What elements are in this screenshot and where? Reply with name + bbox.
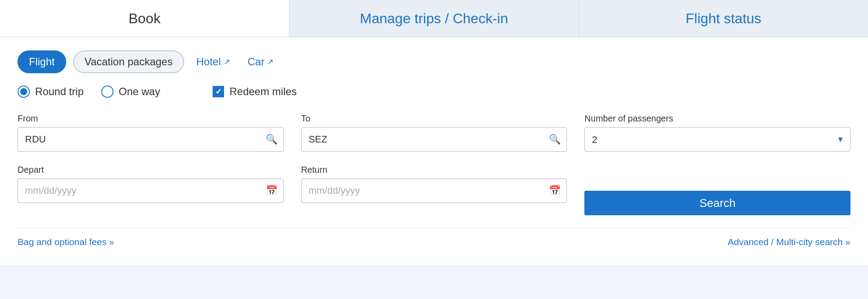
search-form-top: From 🔍 To 🔍 Number of passengers 1 2 3 4 [18,114,850,152]
depart-label: Depart [18,165,284,175]
trip-type-row: Round trip One way ✓ Redeem miles [18,85,850,98]
from-label: From [18,114,284,124]
category-tabs: Flight Vacation packages Hotel ↗ Car ↗ [18,50,850,73]
return-label: Return [301,165,567,175]
from-field: From 🔍 [18,114,284,152]
one-way-radio[interactable] [101,85,114,98]
tab-flight-status[interactable]: Flight status [579,0,868,37]
top-navigation: Book Manage trips / Check-in Flight stat… [0,0,868,37]
search-form-bottom: Depart 📅 Return 📅 Search [18,165,850,215]
return-field: Return 📅 [301,165,567,215]
tab-book[interactable]: Book [0,0,289,37]
return-input-wrapper: 📅 [301,178,567,203]
from-input[interactable] [18,127,284,152]
to-label: To [301,114,567,124]
to-input[interactable] [301,127,567,152]
tab-car[interactable]: Car ↗ [242,51,279,72]
passengers-field: Number of passengers 1 2 3 4 5 6 ▼ [584,114,850,152]
passengers-label: Number of passengers [584,114,850,124]
return-input[interactable] [301,178,567,203]
from-input-wrapper: 🔍 [18,127,284,152]
search-button-container: Search [584,165,850,215]
return-calendar-icon: 📅 [549,185,561,196]
tab-vacation-packages[interactable]: Vacation packages [73,50,184,73]
to-input-wrapper: 🔍 [301,127,567,152]
depart-field: Depart 📅 [18,165,284,215]
tab-manage-trips[interactable]: Manage trips / Check-in [289,0,579,37]
external-link-icon: ↗ [267,57,274,67]
redeem-miles-checkbox[interactable]: ✓ [213,86,224,97]
passengers-select[interactable]: 1 2 3 4 5 6 [584,127,850,152]
depart-input-wrapper: 📅 [18,178,284,203]
bottom-links-row: Bag and optional fees » Advanced / Multi… [18,228,850,247]
to-field: To 🔍 [301,114,567,152]
bag-fees-link[interactable]: Bag and optional fees » [18,237,114,247]
passengers-select-wrapper: 1 2 3 4 5 6 ▼ [584,127,850,152]
search-button[interactable]: Search [584,191,850,215]
tab-flight[interactable]: Flight [18,50,66,73]
redeem-miles-option[interactable]: ✓ Redeem miles [213,85,296,98]
one-way-option[interactable]: One way [101,85,160,98]
round-trip-option[interactable]: Round trip [18,85,84,98]
advanced-search-link[interactable]: Advanced / Multi-city search » [728,237,850,247]
depart-input[interactable] [18,178,284,203]
external-link-icon: ↗ [224,57,230,67]
tab-hotel[interactable]: Hotel ↗ [191,51,235,72]
main-content: Flight Vacation packages Hotel ↗ Car ↗ R… [0,37,868,265]
from-search-icon: 🔍 [266,134,277,145]
to-search-icon: 🔍 [549,134,561,145]
depart-calendar-icon: 📅 [266,185,277,196]
round-trip-radio[interactable] [18,85,30,98]
